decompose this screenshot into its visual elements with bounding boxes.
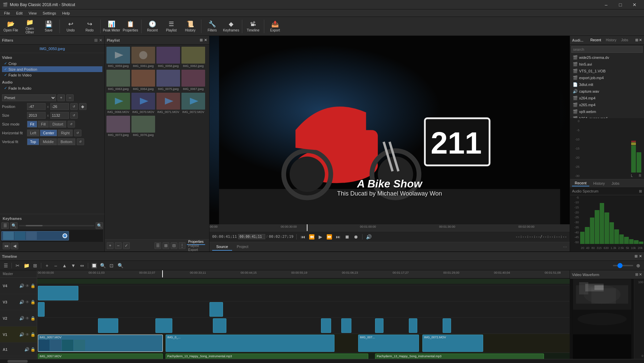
- playlist-more-btn[interactable]: ⋮: [179, 242, 185, 249]
- vfit-top-btn[interactable]: Top: [27, 138, 39, 145]
- undo-button[interactable]: ↩ Undo: [62, 18, 79, 35]
- preset-remove-btn[interactable]: –: [66, 94, 74, 101]
- kf-clip[interactable]: [1, 231, 69, 241]
- tl-zoom-in-btn[interactable]: ⊕: [635, 262, 642, 269]
- tl-snap-btn[interactable]: 🔲: [90, 262, 98, 269]
- playlist-item-5[interactable]: IMG_0064.jpeg: [131, 69, 155, 91]
- v2-clip-7[interactable]: [409, 318, 417, 333]
- timeline-button[interactable]: 📽 Timeline: [244, 18, 262, 35]
- preview-timeline[interactable]: 00:00:00:00 00:00:30:00 00:01:00:00 00:0…: [209, 224, 570, 231]
- hfit-right-btn[interactable]: Right: [58, 130, 73, 136]
- recent-item-6[interactable]: 🎬 x264.mp4: [570, 95, 644, 101]
- timeline-close-icon[interactable]: ✕: [639, 254, 642, 258]
- recent-item-0[interactable]: 🎬 wide25-cinema.dv: [570, 54, 644, 61]
- vfit-reset-btn[interactable]: ↺: [77, 138, 84, 145]
- recent-item-1[interactable]: 🎬 hin5.avi: [570, 61, 644, 68]
- track-v3-audio-icon[interactable]: 🔊: [19, 300, 24, 304]
- v1-clip-2[interactable]: IMG_0_...: [166, 335, 335, 352]
- playlist-list-view-btn[interactable]: ☰: [154, 242, 161, 249]
- v2-clip-4[interactable]: [321, 318, 331, 333]
- menu-settings[interactable]: Settings: [40, 10, 59, 16]
- rp-panel-tab-recent[interactable]: Recent: [572, 180, 589, 186]
- hfit-reset-btn[interactable]: ↺: [74, 130, 81, 136]
- track-v1-audio-icon[interactable]: 🔊: [19, 332, 24, 337]
- preview-more-icon[interactable]: ⋯: [563, 245, 567, 249]
- rp-panel-tab-history[interactable]: History: [591, 181, 608, 186]
- timeline-tracks[interactable]: 00:00:00;00 00:00:11;03 00:00:22;07 00:0…: [37, 270, 570, 359]
- transport-skip-start-btn[interactable]: ⏮: [299, 233, 307, 241]
- peak-meter-button[interactable]: 📊 Peak Meter: [103, 18, 120, 35]
- playlist-item-13[interactable]: IMG_0076.jpeg: [131, 115, 155, 137]
- tl-stack-btn[interactable]: ⊞: [31, 262, 39, 269]
- size-h-input[interactable]: [50, 112, 69, 119]
- kf-prev-btn[interactable]: ◀: [11, 243, 18, 249]
- v3-clip-1[interactable]: [38, 302, 45, 317]
- track-v2-eye-icon[interactable]: 👁: [25, 316, 29, 321]
- kf-zoom-in-btn[interactable]: 🔍: [96, 222, 103, 229]
- hfit-center-btn[interactable]: Center: [40, 130, 57, 136]
- track-v1-eye-icon[interactable]: 👁: [25, 332, 29, 337]
- filter-size-position[interactable]: ✓ Size and Position: [2, 66, 102, 72]
- v2-clip-8[interactable]: [443, 318, 451, 333]
- size-mode-fit-btn[interactable]: Fit: [27, 121, 37, 128]
- playlist-expand-icon[interactable]: ⊞: [200, 38, 203, 42]
- playlist-item-10[interactable]: IMG_0071.MOV: [156, 92, 180, 114]
- size-w-input[interactable]: [27, 112, 46, 119]
- v4-clip-1[interactable]: [38, 286, 78, 300]
- recent-item-2[interactable]: 🎬 VTS_01_1.VOB: [570, 68, 644, 74]
- menu-help[interactable]: Help: [59, 10, 73, 16]
- transport-skip-end-btn[interactable]: ⏭: [335, 233, 342, 241]
- recent-item-4[interactable]: 📄 3dlut.mlt: [570, 81, 644, 88]
- v2-clip-2[interactable]: [155, 318, 172, 333]
- playlist-grid-view-btn[interactable]: ⊞: [163, 242, 169, 249]
- playlist-item-12[interactable]: IMG_0073.jpeg: [106, 115, 130, 137]
- preset-select[interactable]: Preset: [2, 94, 56, 101]
- tl-ripple-btn[interactable]: ⇔: [78, 262, 86, 269]
- export-button[interactable]: 📤 Export: [266, 18, 284, 35]
- track-v1-lock-icon[interactable]: 🔒: [30, 332, 35, 337]
- filters-close-icon[interactable]: ✕: [99, 38, 102, 43]
- tl-zoom-fit-btn[interactable]: ⊡: [108, 262, 115, 269]
- timeline-expand-icon[interactable]: ⊞: [635, 254, 638, 258]
- transport-play-btn[interactable]: ▶: [317, 233, 324, 241]
- keyframes-button[interactable]: ◆ Keyframes: [222, 18, 240, 35]
- vw-expand-icon[interactable]: ⊞: [635, 272, 638, 277]
- playlist-detail-view-btn[interactable]: ⊟: [171, 242, 177, 249]
- v2-clip-3[interactable]: [213, 318, 226, 333]
- tl-playhead[interactable]: [162, 270, 163, 277]
- playlist-item-3[interactable]: IMG_0062.jpeg: [181, 46, 205, 68]
- playlist-item-2[interactable]: IMG_0058.jpeg: [156, 46, 180, 68]
- filter-fade-in-video[interactable]: ✓ Fade In Video: [2, 72, 102, 78]
- filter-fade-in-audio[interactable]: ✓ Fade In Audio: [2, 85, 102, 91]
- rp-tab-history[interactable]: History: [604, 38, 618, 43]
- tl-remove-track-btn[interactable]: –: [52, 262, 59, 269]
- vw-close-icon[interactable]: ✕: [639, 272, 642, 277]
- v2-clip-1[interactable]: [98, 318, 118, 333]
- tl-down-btn[interactable]: ▼: [70, 262, 77, 269]
- preset-add-btn[interactable]: +: [57, 94, 65, 101]
- recent-item-8[interactable]: 🎬 vp9.webm: [570, 108, 644, 115]
- track-v3-eye-icon[interactable]: 👁: [25, 300, 29, 304]
- pt-playhead[interactable]: [307, 224, 307, 231]
- playlist-item-8[interactable]: IMG_0066.MOV: [106, 92, 130, 114]
- rp-tab-recent[interactable]: Recent: [588, 38, 603, 43]
- playlist-item-9[interactable]: IMG_0070.MOV: [131, 92, 155, 114]
- transport-prev-btn[interactable]: ⏪: [308, 233, 316, 241]
- playlist-item-1[interactable]: IMG_0061.jpeg: [131, 46, 155, 68]
- filter-crop[interactable]: ✓ Crop: [2, 61, 102, 66]
- position-reset-btn[interactable]: ↺: [70, 103, 78, 110]
- v2-clip-5[interactable]: [341, 318, 351, 333]
- filters-expand-icon[interactable]: ⊞: [94, 38, 98, 43]
- track-v3-lock-icon[interactable]: 🔒: [30, 300, 35, 304]
- playlist-item-4[interactable]: IMG_0063.jpeg: [106, 69, 130, 91]
- a1-clip-2[interactable]: Pachyderm_13_Happy_Song_instrumental.mp3: [166, 354, 368, 359]
- playlist-button[interactable]: ☰ Playlist: [163, 18, 180, 35]
- redo-button[interactable]: ↪ Redo: [81, 18, 98, 35]
- kf-zoom-out-btn[interactable]: 🔍: [10, 222, 18, 229]
- kf-zoom-thumb[interactable]: [26, 225, 43, 226]
- recent-button[interactable]: 🕐 Recent: [144, 18, 161, 35]
- recent-item-5[interactable]: 🔊 capture.wav: [570, 88, 644, 95]
- v3-clip-2[interactable]: [209, 302, 223, 317]
- tab-project[interactable]: Project: [233, 243, 252, 251]
- track-v4-audio-icon[interactable]: 🔊: [19, 283, 24, 288]
